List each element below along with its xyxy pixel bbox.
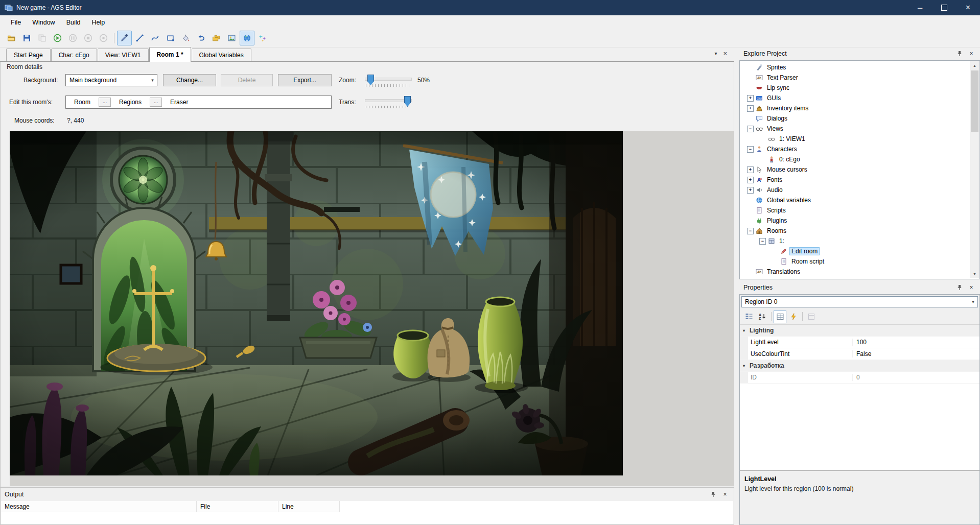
regions-more-button[interactable]: ... [150, 98, 162, 107]
menu-build[interactable]: Build [61, 16, 86, 29]
category-development[interactable]: ▾ Разработка [740, 360, 979, 372]
tab-close-icon[interactable]: × [723, 50, 727, 57]
close-icon[interactable]: × [967, 283, 976, 292]
collapse-icon[interactable]: − [747, 126, 754, 132]
room-canvas[interactable] [10, 131, 734, 486]
game-preview-button[interactable] [240, 31, 254, 45]
expand-icon[interactable]: + [747, 95, 754, 102]
tree-item-dialogs[interactable]: Dialogs [740, 113, 979, 124]
tab-char-cego[interactable]: Char: cEgo [51, 49, 97, 61]
export-image-button[interactable] [224, 31, 239, 45]
open-file-button[interactable] [4, 31, 19, 45]
property-value[interactable]: 100 [853, 339, 867, 346]
pin-icon[interactable] [955, 50, 964, 58]
collapse-icon[interactable]: − [759, 238, 766, 245]
tree-item-edit-room[interactable]: Edit room [740, 246, 979, 256]
maximize-button[interactable] [932, 0, 956, 15]
property-pages-button[interactable] [805, 311, 818, 323]
properties-object-selector[interactable]: Region ID 0 ▾ [741, 296, 978, 307]
tab-global-variables[interactable]: Global Variables [192, 49, 251, 61]
expand-icon[interactable]: + [747, 166, 754, 173]
tree-item-view1[interactable]: 1: VIEW1 [740, 134, 979, 144]
expand-icon[interactable]: + [747, 187, 754, 194]
line-tool-button[interactable] [132, 31, 147, 45]
properties-view-button[interactable] [774, 311, 786, 323]
room-background-image[interactable] [10, 131, 623, 475]
minimize-button[interactable]: ─ [908, 0, 932, 15]
tree-item-mouse-cursors[interactable]: +Mouse cursors [740, 164, 979, 175]
pin-icon[interactable] [709, 490, 718, 498]
scrollbar-thumb[interactable] [971, 70, 978, 132]
close-button[interactable]: × [956, 0, 980, 15]
collapse-icon[interactable]: − [747, 146, 754, 153]
delete-background-button[interactable]: Delete [221, 74, 273, 86]
tree-item-sprites[interactable]: Sprites [740, 62, 979, 73]
close-icon[interactable]: × [720, 490, 730, 498]
property-row-id[interactable]: ID 0 [740, 372, 979, 384]
tab-view-view1[interactable]: View: VIEW1 [98, 49, 149, 61]
zoom-slider[interactable] [365, 73, 412, 87]
scroll-down-icon[interactable]: ▼ [970, 270, 979, 278]
scroll-up-icon[interactable]: ▲ [970, 61, 979, 70]
export-background-button[interactable]: Export... [278, 74, 332, 86]
curve-tool-button[interactable] [148, 31, 162, 45]
tree-item-plugins[interactable]: Plugins [740, 216, 979, 226]
tree-item-guis[interactable]: +GUIGUIs [740, 93, 979, 103]
menu-window[interactable]: Window [27, 16, 60, 29]
property-row-usecolourtint[interactable]: UseColourTint False [740, 348, 979, 360]
tree-scrollbar[interactable]: ▲ ▼ [970, 61, 979, 278]
tab-list-chevron-icon[interactable]: ▾ [714, 51, 717, 56]
close-icon[interactable]: × [967, 50, 976, 58]
expand-icon[interactable]: + [747, 177, 754, 183]
stop-button[interactable] [81, 31, 96, 45]
tree-item-translations[interactable]: AbTranslations [740, 267, 979, 277]
edit-mode-room[interactable]: Room [73, 99, 91, 106]
property-value[interactable]: False [853, 350, 871, 357]
categorized-button[interactable] [742, 311, 755, 323]
tree-item-characters[interactable]: −Characters [740, 144, 979, 154]
save-button[interactable] [19, 31, 34, 45]
tab-start-page[interactable]: Start Page [6, 49, 51, 61]
events-button[interactable] [787, 311, 800, 323]
trans-slider[interactable] [365, 94, 412, 109]
trans-slider-thumb[interactable] [404, 96, 411, 107]
tree-item-rooms[interactable]: −Rooms [740, 226, 979, 236]
effects-button[interactable] [255, 31, 270, 45]
tree-item-room-script[interactable]: Room script [740, 256, 979, 267]
edit-mode-regions[interactable]: Regions [118, 99, 143, 106]
tab-room-1[interactable]: Room 1 * [149, 47, 191, 62]
run-button[interactable] [50, 31, 65, 45]
tree-item-audio[interactable]: +Audio [740, 185, 979, 195]
undo-button[interactable] [194, 31, 208, 45]
alphabetical-button[interactable]: AZ [756, 311, 768, 323]
collapse-icon[interactable]: − [747, 228, 754, 234]
pause-button[interactable] [65, 31, 80, 45]
fill-tool-button[interactable] [178, 31, 193, 45]
output-column-file[interactable]: File [197, 501, 278, 512]
tree-item-global-variables[interactable]: Global variables [740, 195, 979, 205]
menu-file[interactable]: File [5, 16, 27, 29]
tree-item-views[interactable]: −Views [740, 124, 979, 134]
tree-item-scripts[interactable]: Scripts [740, 205, 979, 216]
category-lighting[interactable]: ▾ Lighting [740, 325, 979, 337]
import-folder-button[interactable] [209, 31, 224, 45]
edit-mode-eraser[interactable]: Eraser [169, 99, 189, 106]
menu-help[interactable]: Help [86, 16, 110, 29]
tree-item-cego[interactable]: 0: cEgo [740, 154, 979, 164]
tree-item-lip-sync[interactable]: Lip sync [740, 83, 979, 93]
tree-item-room-1[interactable]: −1: [740, 236, 979, 246]
background-select[interactable]: Main background ▾ [65, 74, 157, 86]
output-column-line[interactable]: Line [278, 501, 340, 512]
eyedropper-tool-button[interactable] [117, 31, 132, 45]
rectangle-tool-button[interactable] [163, 31, 178, 45]
output-column-message[interactable]: Message [1, 501, 197, 512]
tree-item-fonts[interactable]: +AbFonts [740, 175, 979, 185]
property-row-lightlevel[interactable]: LightLevel 100 [740, 337, 979, 348]
step-button[interactable] [96, 31, 111, 45]
room-more-button[interactable]: ... [99, 98, 111, 107]
zoom-slider-thumb[interactable] [367, 75, 374, 85]
tree-item-inventory-items[interactable]: +Inventory items [740, 103, 979, 113]
change-background-button[interactable]: Change... [163, 74, 216, 86]
tree-item-text-parser[interactable]: AbText Parser [740, 73, 979, 83]
expand-icon[interactable]: + [747, 105, 754, 112]
